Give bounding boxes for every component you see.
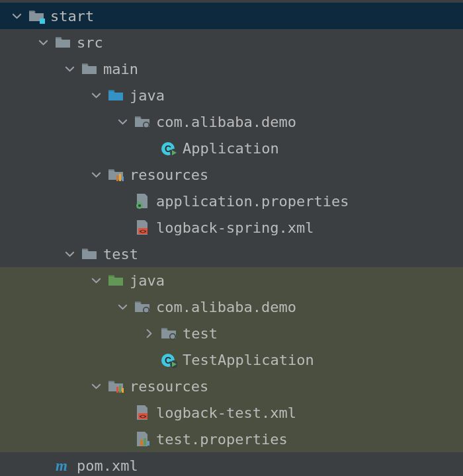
chevron-down-icon[interactable]: [62, 247, 77, 261]
package-main[interactable]: com.alibaba.demo: [0, 108, 463, 135]
tree-label: logback-test.xml: [156, 405, 296, 421]
tree-label: start: [50, 8, 94, 24]
maven-icon: [54, 457, 71, 474]
tree-label: java: [130, 272, 165, 289]
runnable-class-icon: [160, 351, 177, 368]
chevron-down-icon[interactable]: [115, 114, 130, 129]
chevron-down-icon[interactable]: [89, 167, 103, 182]
chevron-down-icon[interactable]: [89, 273, 103, 288]
tree-label: com.alibaba.demo: [156, 114, 296, 130]
file-logback-test[interactable]: logback-test.xml: [0, 399, 463, 426]
folder-icon: [81, 245, 98, 262]
package-icon: [160, 325, 177, 342]
tree-label: test.properties: [156, 431, 288, 448]
file-test-properties[interactable]: test.properties: [0, 426, 463, 452]
tree-label: java: [130, 87, 165, 104]
package-icon: [134, 298, 151, 315]
tree-label: src: [77, 34, 103, 51]
source-folder-icon: [107, 87, 124, 104]
test-source-folder-icon: [107, 272, 124, 289]
test-resources-folder-icon: [107, 377, 124, 395]
folder-main-java[interactable]: java: [0, 82, 463, 108]
chevron-right-icon[interactable]: [142, 326, 156, 340]
file-pom-xml[interactable]: pom.xml: [0, 452, 463, 476]
tree-label: resources: [130, 378, 208, 395]
tree-label: test: [103, 246, 138, 262]
folder-icon: [54, 34, 71, 51]
folder-test-resources[interactable]: resources: [0, 373, 463, 399]
tree-label: com.alibaba.demo: [156, 299, 296, 315]
tree-label: TestApplication: [183, 352, 314, 368]
file-application-class[interactable]: Application: [0, 135, 463, 161]
tree-label: pom.xml: [77, 457, 138, 474]
xml-file-icon: [134, 219, 151, 236]
chevron-down-icon[interactable]: [36, 35, 50, 50]
chevron-down-icon[interactable]: [115, 299, 130, 314]
folder-test[interactable]: test: [0, 241, 463, 267]
module-folder-icon: [28, 7, 45, 24]
file-logback-spring[interactable]: logback-spring.xml: [0, 214, 463, 241]
folder-main-resources[interactable]: resources: [0, 161, 463, 188]
chevron-down-icon[interactable]: [89, 379, 103, 393]
file-application-properties[interactable]: application.properties: [0, 188, 463, 214]
folder-src[interactable]: src: [0, 29, 463, 56]
tree-label: application.properties: [156, 193, 349, 210]
package-test[interactable]: com.alibaba.demo: [0, 294, 463, 320]
xml-file-icon: [134, 404, 151, 421]
properties-file-icon: [134, 430, 151, 448]
tree-label: test: [183, 325, 218, 342]
file-test-application-class[interactable]: TestApplication: [0, 346, 463, 373]
package-icon: [134, 113, 151, 130]
package-test-test[interactable]: test: [0, 320, 463, 346]
folder-icon: [81, 60, 98, 77]
folder-main[interactable]: main: [0, 56, 463, 82]
project-root[interactable]: start: [0, 3, 463, 29]
tree-label: logback-spring.xml: [156, 219, 314, 236]
resources-folder-icon: [107, 166, 124, 183]
project-tree[interactable]: start src main java com.alibaba.demo App…: [0, 0, 463, 476]
properties-file-icon: [134, 192, 151, 210]
chevron-down-icon[interactable]: [62, 61, 77, 76]
chevron-down-icon[interactable]: [89, 88, 103, 102]
runnable-class-icon: [160, 139, 177, 157]
folder-test-java[interactable]: java: [0, 267, 463, 294]
tree-label: resources: [130, 167, 208, 183]
tree-label: main: [103, 61, 138, 77]
tree-label: Application: [183, 140, 279, 157]
chevron-down-icon[interactable]: [9, 9, 24, 23]
